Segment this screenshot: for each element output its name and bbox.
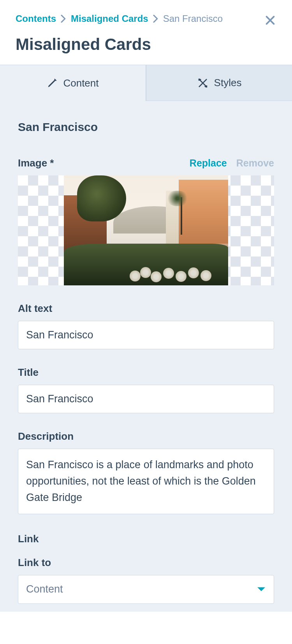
chevron-right-icon	[153, 15, 158, 23]
close-button[interactable]	[265, 15, 276, 26]
description-input[interactable]	[18, 449, 274, 514]
content-panel: San Francisco Image * Replace Remove	[0, 101, 292, 612]
replace-image-link[interactable]: Replace	[190, 157, 227, 169]
title-field: Title	[18, 366, 274, 413]
breadcrumb-current: San Francisco	[163, 13, 223, 24]
breadcrumb: Contents Misaligned Cards San Francisco	[16, 13, 276, 24]
link-to-field: Link to Content	[18, 557, 274, 604]
link-to-select[interactable]: Content	[18, 575, 274, 604]
breadcrumb-misaligned-cards[interactable]: Misaligned Cards	[71, 13, 148, 24]
panel-header: Contents Misaligned Cards San Francisco …	[0, 0, 292, 65]
description-label: Description	[18, 430, 74, 442]
image-label: Image *	[18, 157, 54, 169]
chevron-right-icon	[61, 15, 66, 23]
alt-text-input[interactable]	[18, 321, 274, 349]
link-to-label: Link to	[18, 557, 51, 569]
alt-text-field: Alt text	[18, 303, 274, 349]
tab-content[interactable]: Content	[0, 65, 146, 101]
tabs: Content Styles	[0, 65, 292, 101]
breadcrumb-contents[interactable]: Contents	[16, 13, 56, 24]
image-thumbnail	[64, 175, 228, 285]
title-input[interactable]	[18, 385, 274, 413]
page-title: Misaligned Cards	[16, 35, 276, 54]
section-heading: San Francisco	[18, 120, 274, 134]
tab-styles[interactable]: Styles	[146, 65, 292, 101]
link-heading: Link	[18, 533, 274, 545]
close-icon	[265, 15, 276, 26]
tab-content-label: Content	[63, 77, 99, 89]
pencil-icon	[47, 78, 58, 88]
description-field: Description	[18, 430, 274, 516]
image-preview[interactable]	[18, 175, 274, 285]
image-field: Image * Replace Remove	[18, 157, 274, 285]
remove-image-link: Remove	[236, 157, 274, 169]
title-label: Title	[18, 366, 39, 379]
alt-text-label: Alt text	[18, 303, 52, 315]
tab-styles-label: Styles	[214, 77, 242, 89]
brush-icon	[197, 77, 209, 89]
